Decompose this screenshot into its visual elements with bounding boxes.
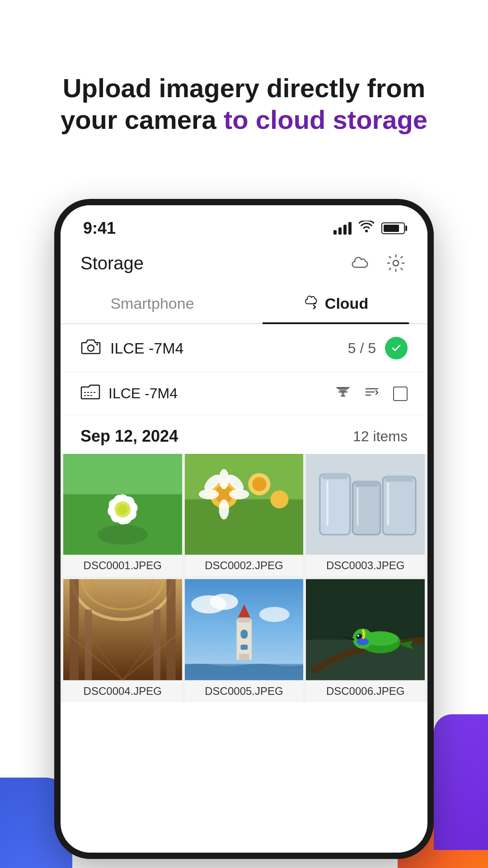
phone-frame: 9:41 <box>54 199 434 859</box>
svg-point-28 <box>199 489 219 499</box>
svg-rect-35 <box>353 481 380 534</box>
svg-point-2 <box>88 345 94 351</box>
svg-rect-38 <box>385 476 413 481</box>
cloud-sync-icon <box>303 295 319 312</box>
svg-rect-59 <box>236 620 251 660</box>
svg-rect-50 <box>153 609 160 680</box>
device-name: ILCE -7M4 <box>110 340 184 357</box>
corner-decoration-br-purple <box>434 714 488 850</box>
photo-filename-1: DSC0001.JPEG <box>63 555 182 576</box>
svg-point-26 <box>219 469 229 489</box>
sort-icon[interactable] <box>364 384 380 403</box>
photo-item-5[interactable]: DSC0005.JPEG <box>185 579 304 702</box>
photo-thumbnail-1 <box>63 454 182 555</box>
device-row[interactable]: ILCE -7M4 5 / 5 <box>61 324 427 373</box>
signal-bars-icon <box>333 222 352 235</box>
photo-grid: DSC0001.JPEG <box>61 454 427 702</box>
photo-item-4[interactable]: DSC0004.JPEG <box>63 579 182 702</box>
folder-actions <box>335 384 408 403</box>
photo-filename-6: DSC0006.JPEG <box>306 680 425 702</box>
hero-title: Upload imagery directly from your camera… <box>0 0 488 162</box>
svg-point-72 <box>357 635 359 637</box>
camera-icon <box>80 337 101 359</box>
filter-icon[interactable] <box>335 384 351 403</box>
photo-item-1[interactable]: DSC0001.JPEG <box>63 454 182 576</box>
folder-name: ILCE -7M4 <box>108 385 178 402</box>
header-icon-group <box>348 251 408 275</box>
svg-rect-48 <box>166 579 175 680</box>
battery-icon <box>381 222 405 234</box>
view-toggle-icon[interactable] <box>393 387 408 401</box>
svg-rect-20 <box>185 499 304 555</box>
svg-point-58 <box>259 607 289 622</box>
photo-item-2[interactable]: DSC0002.JPEG <box>185 454 304 576</box>
date-label: Sep 12, 2024 <box>80 427 178 446</box>
svg-rect-33 <box>320 474 350 535</box>
photo-thumbnail-2 <box>185 454 304 555</box>
tab-smartphone[interactable]: Smartphone <box>61 284 244 323</box>
tab-cloud-label: Cloud <box>325 295 368 312</box>
svg-rect-60 <box>238 618 250 623</box>
svg-point-18 <box>117 505 127 514</box>
status-icons <box>333 221 405 236</box>
svg-point-27 <box>219 499 229 519</box>
svg-point-11 <box>98 524 148 545</box>
date-section: Sep 12, 2024 12 items <box>61 415 427 454</box>
svg-point-29 <box>229 489 249 499</box>
svg-rect-49 <box>85 609 92 680</box>
cloud-upload-button[interactable] <box>348 251 371 275</box>
svg-rect-43 <box>63 579 182 680</box>
device-info: ILCE -7M4 <box>80 337 184 359</box>
phone-screen: 9:41 <box>61 205 427 853</box>
photo-thumbnail-5 <box>185 579 304 680</box>
svg-point-0 <box>365 230 368 232</box>
svg-rect-47 <box>70 579 79 680</box>
photo-thumbnail-3 <box>306 454 425 555</box>
photo-item-6[interactable]: DSC0006.JPEG <box>306 579 425 702</box>
wifi-icon <box>359 221 374 236</box>
svg-point-24 <box>252 477 266 491</box>
svg-rect-34 <box>323 473 348 479</box>
phone-mockup: 9:41 <box>54 199 434 859</box>
photo-filename-5: DSC0005.JPEG <box>185 680 304 702</box>
device-count: 5 / 5 <box>348 340 376 357</box>
photo-item-3[interactable]: DSC0003.JPEG <box>306 454 425 576</box>
svg-point-3 <box>96 344 98 345</box>
photo-filename-2: DSC0002.JPEG <box>185 555 304 576</box>
photo-filename-4: DSC0004.JPEG <box>63 680 182 702</box>
items-count: 12 items <box>353 428 408 445</box>
sync-status-indicator <box>385 337 408 359</box>
photo-thumbnail-4 <box>63 579 182 680</box>
hero-title-accent: to cloud storage <box>224 105 427 134</box>
svg-point-57 <box>210 594 238 610</box>
device-status: 5 / 5 <box>348 337 408 359</box>
folder-row[interactable]: ILCE -7M4 <box>61 373 427 415</box>
tab-cloud[interactable]: Cloud <box>244 284 427 323</box>
app-header: Storage <box>61 242 427 284</box>
svg-point-25 <box>270 490 288 508</box>
svg-point-1 <box>393 260 399 266</box>
photo-thumbnail-6 <box>306 579 425 680</box>
svg-rect-64 <box>240 645 248 650</box>
svg-rect-36 <box>355 481 378 486</box>
folder-info: ILCE -7M4 <box>80 383 178 404</box>
status-time: 9:41 <box>83 219 116 238</box>
svg-rect-63 <box>240 630 248 639</box>
settings-button[interactable] <box>384 251 408 275</box>
svg-rect-62 <box>239 654 249 660</box>
status-bar: 9:41 <box>61 205 427 242</box>
tabs-container: Smartphone Cloud <box>61 284 427 324</box>
folder-icon <box>80 383 100 404</box>
photo-filename-3: DSC0003.JPEG <box>306 555 425 576</box>
svg-point-73 <box>357 638 369 646</box>
app-title: Storage <box>80 253 144 274</box>
